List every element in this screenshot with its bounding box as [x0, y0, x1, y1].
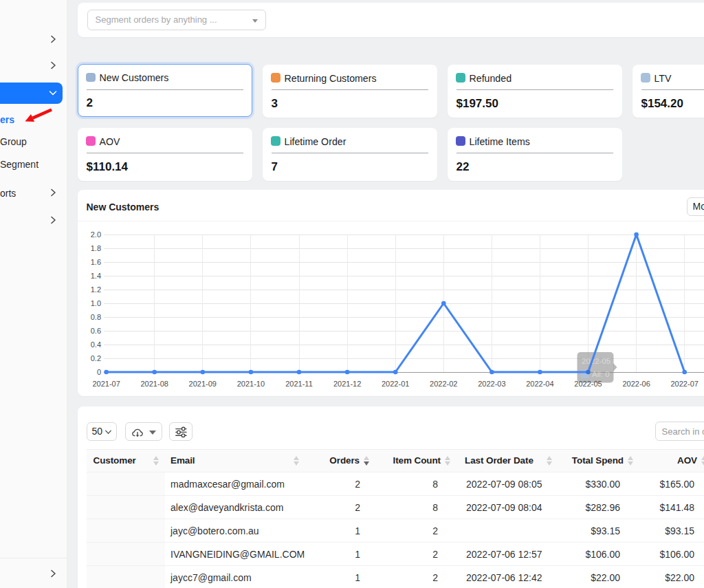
- svg-text:0.2: 0.2: [90, 354, 100, 362]
- svg-text:2021-10: 2021-10: [236, 380, 264, 388]
- svg-text:All: 0: All: 0: [592, 370, 610, 378]
- svg-text:0.8: 0.8: [90, 313, 100, 321]
- svg-text:0.4: 0.4: [90, 340, 100, 349]
- svg-text:1.4: 1.4: [90, 272, 100, 280]
- svg-text:2022-01: 2022-01: [382, 380, 409, 388]
- svg-text:2021-09: 2021-09: [188, 380, 216, 388]
- svg-text:2021-12: 2021-12: [333, 380, 360, 388]
- svg-text:2022-02: 2022-02: [430, 380, 457, 388]
- svg-text:0.6: 0.6: [90, 327, 100, 335]
- svg-text:2022-05: 2022-05: [574, 380, 602, 388]
- svg-text:2022-05: 2022-05: [582, 357, 610, 365]
- svg-text:1.2: 1.2: [90, 285, 100, 294]
- svg-text:2021-11: 2021-11: [285, 380, 313, 388]
- svg-text:1.6: 1.6: [90, 258, 100, 266]
- svg-text:2021-08: 2021-08: [140, 380, 168, 388]
- svg-text:2.0: 2.0: [90, 230, 100, 239]
- svg-text:2022-07: 2022-07: [670, 380, 698, 388]
- svg-text:1.8: 1.8: [90, 244, 100, 252]
- svg-text:2022-06: 2022-06: [622, 380, 650, 388]
- svg-text:1.0: 1.0: [90, 299, 100, 307]
- svg-text:0: 0: [96, 368, 100, 376]
- svg-text:2022-04: 2022-04: [526, 380, 553, 388]
- svg-text:2021-07: 2021-07: [92, 380, 120, 388]
- svg-text:2022-03: 2022-03: [478, 380, 505, 388]
